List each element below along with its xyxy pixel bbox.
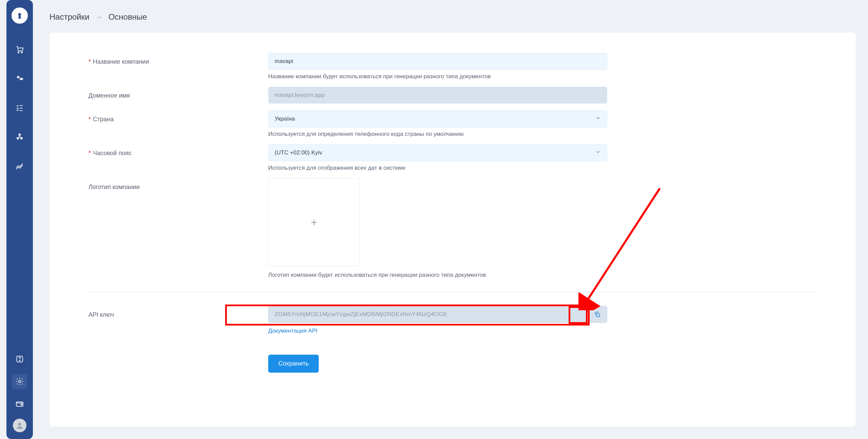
- api-doc-link[interactable]: Документация API: [268, 328, 317, 334]
- app-logo[interactable]: [12, 7, 28, 24]
- chevron-down-icon: [595, 116, 601, 123]
- copy-icon: [594, 311, 601, 318]
- api-key-input: ZGM5YmNjMGE1MjcwYzgwZjExMDl5Mjl2NDExNmY4…: [268, 306, 607, 323]
- svg-point-1: [18, 52, 19, 53]
- logo-upload[interactable]: +: [268, 178, 360, 266]
- label-timezone: *Часовой пояс: [88, 144, 268, 157]
- required-marker: *: [88, 116, 91, 123]
- label-company-name: *Название компании: [88, 53, 268, 65]
- hint-country: Используется для определения телефонного…: [268, 131, 607, 138]
- sidebar-item-chats[interactable]: [12, 71, 27, 86]
- hint-logo: Логотип компании будет использоваться пр…: [268, 272, 607, 278]
- domain-input: mavapi.keycrm.app: [268, 87, 607, 104]
- sidebar-item-wallet[interactable]: [12, 396, 27, 411]
- sidebar-item-orders[interactable]: [12, 42, 27, 57]
- settings-icon: [15, 377, 24, 386]
- settings-card: *Название компании mavapi Название компа…: [50, 33, 856, 427]
- chevron-right-icon: →: [96, 13, 102, 21]
- breadcrumb-root[interactable]: Настройки: [50, 12, 90, 22]
- svg-point-3: [17, 76, 20, 79]
- tasks-icon: [15, 103, 24, 112]
- save-button[interactable]: Сохранить: [268, 355, 319, 373]
- sidebar-item-settings[interactable]: [12, 374, 27, 389]
- label-api-key: API ключ: [88, 306, 268, 318]
- label-domain: Доменное имя: [88, 87, 268, 99]
- help-icon: [15, 355, 24, 363]
- svg-rect-8: [19, 133, 21, 136]
- copy-api-key-button[interactable]: [591, 308, 604, 320]
- required-marker: *: [88, 150, 91, 156]
- chevron-down-icon: [595, 149, 601, 156]
- svg-rect-4: [20, 78, 23, 80]
- row-logo: Логотип компании + Логотип компании буде…: [88, 178, 817, 278]
- company-name-input[interactable]: mavapi: [268, 53, 607, 70]
- breadcrumb: Настройки → Основные: [50, 12, 147, 22]
- label-logo: Логотип компании: [88, 178, 268, 191]
- sidebar-bottom: [6, 352, 33, 432]
- chat-icon: [15, 74, 24, 83]
- user-avatar[interactable]: [13, 419, 26, 432]
- sidebar-item-warehouse[interactable]: [12, 129, 27, 144]
- svg-point-2: [21, 52, 22, 53]
- hint-company-name: Название компании будет использоваться п…: [268, 73, 607, 80]
- analytics-icon: [15, 162, 24, 170]
- svg-point-18: [18, 423, 21, 426]
- svg-point-0: [18, 13, 21, 16]
- wallet-icon: [15, 399, 24, 408]
- plus-icon: +: [311, 216, 317, 229]
- warehouse-icon: [15, 132, 24, 141]
- row-api-key: API ключ ZGM5YmNjMGE1MjcwYzgwZjExMDl5Mjl…: [88, 306, 817, 373]
- sidebar-item-analytics[interactable]: [12, 159, 27, 173]
- label-country: *Страна: [88, 110, 268, 123]
- section-divider: [88, 292, 817, 292]
- row-domain: Доменное имя mavapi.keycrm.app: [88, 87, 817, 104]
- breadcrumb-current: Основные: [108, 12, 147, 22]
- sidebar-item-tasks[interactable]: [12, 100, 27, 115]
- keyhole-icon: [15, 11, 24, 20]
- sidebar: [6, 0, 33, 439]
- row-country: *Страна Україна Используется для определ…: [88, 110, 817, 138]
- required-marker: *: [88, 58, 91, 65]
- timezone-select[interactable]: (UTC +02:00) Kyiv: [268, 144, 607, 161]
- svg-point-15: [19, 380, 21, 383]
- svg-point-17: [21, 404, 22, 405]
- cart-icon: [15, 45, 24, 54]
- country-select[interactable]: Україна: [268, 110, 607, 127]
- sidebar-nav: [12, 42, 27, 173]
- hint-timezone: Используется для отображения всех дат в …: [268, 165, 607, 171]
- sidebar-item-help[interactable]: [12, 352, 27, 367]
- user-icon: [15, 421, 24, 430]
- svg-point-14: [19, 360, 20, 361]
- svg-rect-19: [597, 314, 600, 317]
- row-company-name: *Название компании mavapi Название компа…: [88, 53, 817, 80]
- row-timezone: *Часовой пояс (UTC +02:00) Kyiv Использу…: [88, 144, 817, 171]
